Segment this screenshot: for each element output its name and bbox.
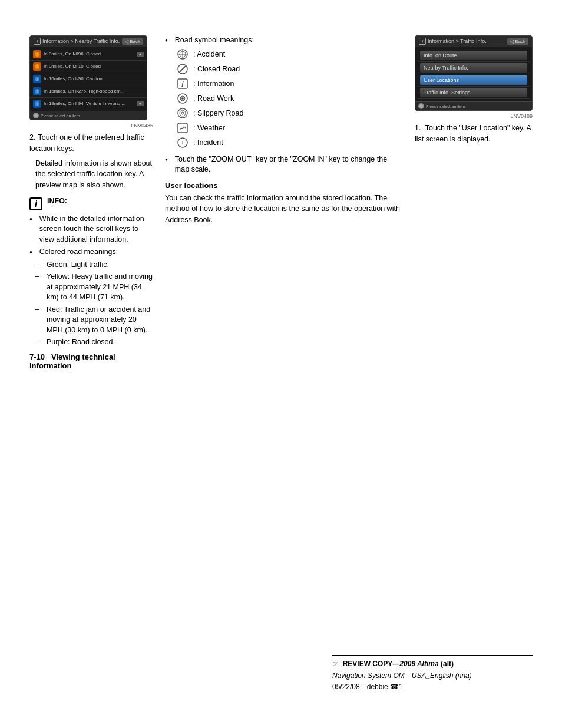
main-content: i Information > Nearby Traffic Info. ◁ B… (29, 35, 533, 370)
scroll-up-icon[interactable]: ▲ (137, 52, 144, 57)
symbol-weather: : Weather (177, 122, 403, 134)
svg-point-22 (178, 108, 187, 118)
row-text-0: In 0miles, On I-696, Closed (44, 51, 101, 57)
zoom-text: Touch the "ZOOM OUT" key or the "ZOOM IN… (175, 154, 403, 175)
footer-date-text: 05/22/08—debbie ☎1 (332, 683, 403, 691)
left-column: i Information > Nearby Traffic Info. ◁ B… (29, 35, 153, 370)
nearby-traffic-btn[interactable]: Nearby Traffic Info. (420, 63, 527, 73)
road-red-text: Red: Traffic jam or accident and moving … (47, 305, 153, 336)
incident-label: : Incident (193, 139, 223, 147)
svg-text:!: ! (37, 52, 38, 57)
left-nav-title: i Information > Nearby Traffic Info. (34, 38, 120, 45)
back-arrow-icon: ◁ (125, 39, 128, 44)
row-text-4: In 19miles, On I-94, Vehicle in wrong ..… (44, 101, 125, 107)
accident-icon (177, 48, 189, 60)
incident-icon: + (177, 137, 189, 149)
right-screen-info-icon: i (419, 38, 426, 45)
row-icon-0: ! (33, 50, 41, 58)
row-text-2: In 16miles, On I-96, Caution (44, 76, 103, 82)
zoom-item: Touch the "ZOOM OUT" key or the "ZOOM IN… (165, 154, 403, 175)
accident-label: : Accident (193, 50, 225, 58)
right-nav-status-bar: Please select an item (415, 101, 532, 110)
road-symbol-intro-item: Road symbol meanings: (165, 35, 403, 46)
back-label: Back (130, 39, 140, 44)
page-number: 7-10 (29, 353, 45, 361)
road-red: Red: Traffic jam or accident and moving … (35, 305, 153, 336)
left-nav-header: i Information > Nearby Traffic Info. ◁ B… (30, 36, 147, 47)
nav-row[interactable]: ! In 0miles, On I-696, Closed ▲ (30, 48, 147, 61)
nav-row[interactable]: ! In 0miles, On M-10, Closed (30, 61, 147, 73)
row-text-1: In 0miles, On M-10, Closed (44, 64, 101, 70)
btn-row-1: Nearby Traffic Info. (418, 62, 530, 74)
road-work-icon (177, 93, 189, 104)
left-nav-title-text: Information > Nearby Traffic Info. (42, 38, 120, 44)
right-step-1-text: Touch the "User Location" key. A list sc… (415, 124, 531, 143)
scroll-control-down[interactable]: ▼ (137, 101, 144, 106)
svg-text:+: + (181, 140, 184, 146)
svg-text:!: ! (37, 90, 38, 94)
left-nav-status-bar: Please select an item (30, 111, 147, 120)
road-yellow: Yellow: Heavy traffic and moving at appr… (35, 272, 153, 303)
nav-row[interactable]: ! In 16miles, On I-96, Caution (30, 73, 147, 85)
svg-line-16 (180, 66, 186, 72)
svg-point-24 (181, 112, 184, 114)
closed-road-icon (177, 63, 189, 75)
scroll-down-icon[interactable]: ▼ (137, 101, 144, 106)
traffic-info-settings-btn[interactable]: Traffic Info. Settings (420, 88, 527, 97)
footer-review-text: ☞ REVIEW COPY—2009 Altima (alt) (332, 660, 454, 668)
left-nav-back-btn[interactable]: ◁ Back (122, 38, 143, 45)
row-icon-3: ! (33, 87, 41, 95)
closed-road-label: : Closed Road (193, 65, 240, 73)
road-purple-text: Purple: Road closed. (47, 337, 115, 348)
slippery-road-icon (177, 107, 189, 119)
user-locations-section: User locations You can check the traffic… (165, 181, 403, 226)
page-section-label: 7-10 Viewing technical information (29, 353, 153, 370)
left-nav-rows: ! In 0miles, On I-696, Closed ▲ ! In 0mi… (30, 47, 147, 111)
road-purple: Purple: Road closed. (35, 337, 153, 348)
scroll-control[interactable]: ▲ (137, 52, 144, 57)
svg-text:!: ! (37, 77, 38, 81)
screen-info-icon: i (34, 38, 41, 45)
road-symbol-intro-text: Road symbol meanings: (175, 35, 254, 46)
user-locations-heading: User locations (165, 181, 403, 190)
bullet-item-road: Colored road meanings: (29, 247, 153, 258)
zoom-bullet-list: Touch the "ZOOM OUT" key or the "ZOOM IN… (165, 154, 403, 175)
btn-row-3: Traffic Info. Settings (418, 87, 530, 99)
user-locations-btn[interactable]: User Locations (420, 75, 527, 85)
right-status-text: Please select an item (426, 104, 465, 108)
row-icon-2: ! (33, 75, 41, 83)
lnv-right-code: LNV0489 (415, 113, 533, 119)
row-icon-1: ! (33, 62, 41, 71)
road-green: Green: Light traffic. (35, 260, 153, 271)
bullet-item-scroll: While in the detailed information screen… (29, 214, 153, 245)
right-nav-back-btn[interactable]: ◁ Back (507, 38, 528, 45)
right-back-label: Back (515, 39, 525, 44)
symbol-slippery-road: : Slippery Road (177, 107, 403, 119)
footer-date-line: 05/22/08—debbie ☎1 (332, 681, 533, 693)
symbol-items-list: : Accident : Closed Road (177, 48, 403, 149)
svg-point-23 (180, 110, 186, 116)
svg-point-28 (419, 104, 423, 108)
symbol-road-work: : Road Work (177, 93, 403, 104)
nav-row[interactable]: ! In 16miles, On I-275, High-speed em... (30, 85, 147, 98)
svg-point-10 (34, 114, 38, 117)
info-bullets-list: While in the detailed information screen… (29, 214, 153, 258)
nav-row[interactable]: ! In 19miles, On I-94, Vehicle in wrong … (30, 98, 147, 110)
info-box-icon: i (29, 197, 42, 210)
right-nav-title-text: Information > Traffic Info. (428, 38, 487, 44)
weather-label: : Weather (193, 124, 225, 132)
info-on-route-btn[interactable]: Info. on Route (420, 51, 527, 60)
symbol-accident: : Accident (177, 48, 403, 60)
svg-text:i: i (181, 80, 184, 88)
symbol-closed-road: : Closed Road (177, 63, 403, 75)
btn-row-2: User Locations (418, 74, 530, 87)
right-column: i Information > Traffic Info. ◁ Back Inf… (415, 35, 533, 370)
right-status-icon (418, 103, 424, 109)
user-locations-para: You can check the traffic information ar… (165, 193, 403, 226)
symbol-incident: + : Incident (177, 137, 403, 149)
middle-column: Road symbol meanings: : Accident (165, 35, 403, 370)
step-2-text: 2.Touch one of the preferred traffic loc… (29, 132, 153, 154)
row-text-3: In 16miles, On I-275, High-speed em... (44, 88, 124, 94)
footer-section: ☞ REVIEW COPY—2009 Altima (alt) Navigati… (332, 655, 533, 693)
lnv-left-code: LNV0485 (29, 123, 153, 129)
